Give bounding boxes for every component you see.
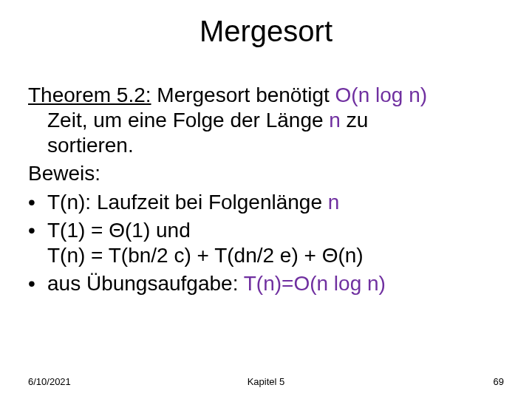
theorem-text-1: Mergesort benötigt bbox=[151, 83, 335, 106]
bullet-2-line2: T(n) = T(bn/2 c) + T(dn/2 e) + Θ(n) bbox=[47, 243, 504, 268]
theorem-text-mid-a: Zeit, um eine Folge der Länge bbox=[47, 109, 329, 132]
bullet-3: • aus Übungsaufgabe: T(n)=O(n log n) bbox=[28, 271, 504, 296]
bullet-dot-icon: • bbox=[28, 190, 47, 215]
slide: Mergesort Theorem 5.2: Mergesort benötig… bbox=[0, 0, 532, 399]
bullet-2-line1: T(1) = Θ(1) und bbox=[47, 218, 504, 243]
theorem-paragraph: Theorem 5.2: Mergesort benötigt O(n log … bbox=[28, 83, 504, 158]
bullet-3-text: aus Übungsaufgabe: T(n)=O(n log n) bbox=[47, 271, 504, 296]
slide-footer: 6/10/2021 Kapitel 5 69 bbox=[28, 376, 504, 387]
bullet-1-text: T(n): Laufzeit bei Folgenlänge n bbox=[47, 190, 504, 215]
slide-title: Mergesort bbox=[0, 15, 532, 48]
bullet-1-pre: T(n): Laufzeit bei Folgenlänge bbox=[47, 191, 328, 214]
theorem-text-mid-b: zu bbox=[341, 109, 368, 132]
bullet-dot-icon: • bbox=[28, 218, 47, 243]
theorem-line2: Zeit, um eine Folge der Länge n zu bbox=[28, 108, 504, 133]
footer-chapter: Kapitel 5 bbox=[28, 376, 504, 387]
theorem-text-tail: sortieren. bbox=[47, 134, 134, 157]
bullet-3-accent: T(n)=O(n log n) bbox=[244, 272, 386, 295]
theorem-accent-2: n bbox=[329, 109, 341, 132]
bullet-dot-icon: • bbox=[28, 271, 47, 296]
bullet-2-text: T(1) = Θ(1) und T(n) = T(bn/2 c) + T(dn/… bbox=[47, 218, 504, 268]
proof-label: Beweis: bbox=[28, 161, 504, 186]
theorem-accent-1: O(n log n) bbox=[335, 83, 428, 106]
theorem-label: Theorem 5.2: bbox=[28, 83, 151, 106]
theorem-line3: sortieren. bbox=[28, 133, 504, 158]
bullet-1: • T(n): Laufzeit bei Folgenlänge n bbox=[28, 190, 504, 215]
bullet-2: • T(1) = Θ(1) und T(n) = T(bn/2 c) + T(d… bbox=[28, 218, 504, 268]
slide-body: Theorem 5.2: Mergesort benötigt O(n log … bbox=[28, 83, 504, 299]
bullet-3-pre: aus Übungsaufgabe: bbox=[47, 272, 244, 295]
bullet-1-accent: n bbox=[328, 191, 340, 214]
